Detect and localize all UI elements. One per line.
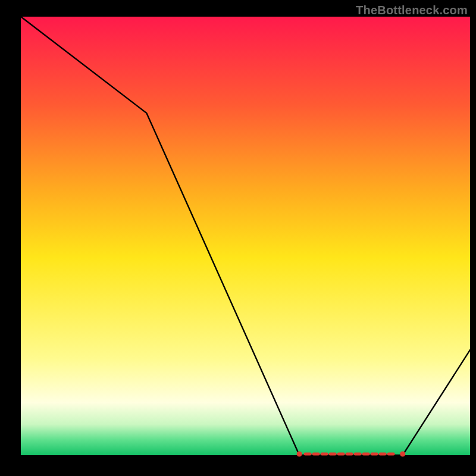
floor-endpoint [297, 452, 302, 457]
plot-background [21, 17, 470, 455]
floor-endpoint [400, 452, 405, 457]
bottleneck-chart [0, 0, 476, 476]
watermark-text: TheBottleneck.com [356, 4, 468, 17]
chart-stage: TheBottleneck.com [0, 0, 476, 476]
